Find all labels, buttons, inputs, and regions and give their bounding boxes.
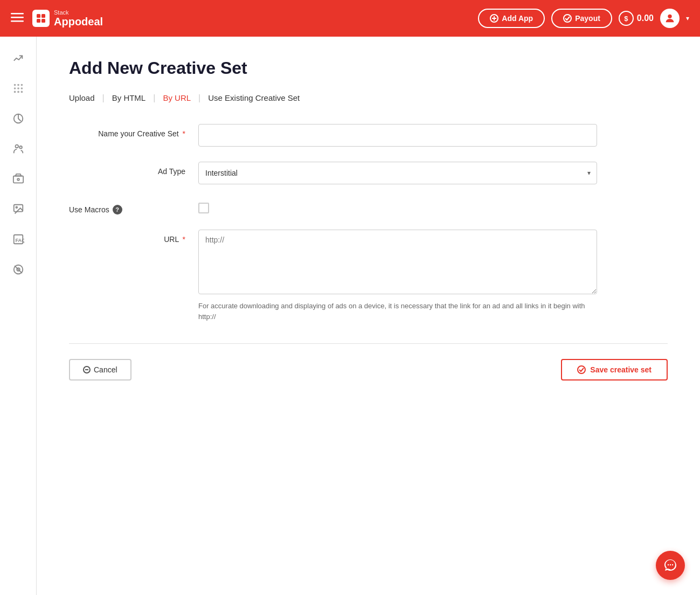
svg-rect-4 — [41, 14, 45, 18]
chat-support-button[interactable] — [656, 551, 685, 580]
svg-rect-6 — [41, 19, 45, 23]
app-header: Stack Appodeal Add App Payout $ 0.00 — [0, 0, 700, 37]
svg-point-37 — [672, 564, 673, 565]
macros-help-icon[interactable]: ? — [113, 205, 122, 215]
url-field-wrapper: For accurate downloading and displaying … — [198, 230, 597, 322]
svg-rect-1 — [11, 17, 24, 18]
svg-rect-0 — [11, 13, 24, 15]
tab-by-html[interactable]: By HTML — [112, 91, 146, 105]
svg-point-23 — [19, 146, 22, 149]
sidebar-item-creatives[interactable] — [5, 196, 31, 222]
tab-by-url[interactable]: By URL — [163, 91, 191, 105]
svg-point-10 — [564, 15, 571, 22]
svg-text:FAQ: FAQ — [15, 238, 24, 243]
svg-rect-3 — [37, 14, 40, 18]
user-avatar[interactable] — [660, 9, 680, 28]
tab-existing[interactable]: Use Existing Creative Set — [208, 91, 300, 105]
svg-point-15 — [13, 87, 16, 89]
macros-label-wrapper: Use Macros ? — [69, 199, 198, 215]
required-indicator: * — [183, 129, 185, 138]
sidebar: FAQ — [0, 37, 37, 595]
save-creative-set-button[interactable]: Save creative set — [561, 359, 668, 380]
macros-checkbox-wrapper — [198, 199, 597, 213]
svg-point-18 — [13, 91, 16, 93]
creative-set-form: Name your Creative Set * Ad Type Interst… — [69, 124, 668, 322]
svg-point-14 — [20, 84, 23, 86]
sidebar-item-audience[interactable] — [5, 136, 31, 162]
sidebar-item-reports[interactable] — [5, 106, 31, 132]
url-label: URL * — [69, 230, 198, 244]
dollar-icon: $ — [619, 11, 634, 26]
macros-row: Use Macros ? — [69, 199, 668, 215]
form-divider — [69, 343, 668, 344]
svg-point-20 — [20, 91, 23, 93]
add-app-button[interactable]: Add App — [478, 9, 545, 28]
svg-rect-24 — [13, 176, 23, 183]
name-input[interactable] — [198, 124, 597, 147]
ad-type-select[interactable]: Interstitial Banner Rewarded Video MREC — [198, 162, 597, 184]
svg-rect-2 — [11, 20, 24, 22]
url-row: URL * For accurate downloading and displ… — [69, 230, 668, 322]
svg-point-34 — [578, 366, 585, 373]
ad-type-row: Ad Type Interstitial Banner Rewarded Vid… — [69, 162, 668, 184]
svg-point-22 — [15, 145, 18, 148]
svg-point-25 — [17, 178, 19, 181]
ad-type-label: Ad Type — [69, 162, 198, 176]
main-content: Add New Creative Set Upload | By HTML | … — [37, 37, 700, 595]
ad-type-wrapper: Interstitial Banner Rewarded Video MREC … — [198, 162, 597, 184]
cancel-button[interactable]: Cancel — [69, 359, 131, 380]
sidebar-item-faq[interactable]: FAQ — [5, 226, 31, 252]
macros-field-wrapper — [198, 199, 597, 213]
svg-point-35 — [668, 564, 669, 565]
menu-icon[interactable] — [11, 11, 24, 26]
name-row: Name your Creative Set * — [69, 124, 668, 147]
svg-point-19 — [17, 91, 19, 93]
logo-icon — [32, 10, 50, 27]
svg-rect-5 — [37, 19, 40, 23]
upload-tabs: Upload | By HTML | By URL | Use Existing… — [69, 91, 668, 105]
svg-point-13 — [17, 84, 19, 86]
url-hint: For accurate downloading and displaying … — [198, 301, 597, 322]
footer-actions: Cancel Save creative set — [69, 359, 668, 380]
url-required-indicator: * — [183, 235, 185, 244]
sidebar-item-support[interactable] — [5, 257, 31, 282]
svg-point-17 — [20, 87, 23, 89]
logo[interactable]: Stack Appodeal — [32, 9, 103, 27]
tab-divider-2: | — [153, 93, 155, 103]
brand-stack: Stack — [54, 9, 103, 16]
sidebar-item-apps[interactable] — [5, 75, 31, 101]
tab-divider-3: | — [198, 93, 200, 103]
tab-divider-1: | — [102, 93, 105, 103]
svg-point-27 — [16, 206, 17, 208]
name-field-wrapper — [198, 124, 597, 147]
brand-name: Appodeal — [54, 16, 103, 27]
payout-button[interactable]: Payout — [551, 9, 612, 28]
macros-checkbox[interactable] — [198, 203, 209, 213]
macros-label-row: Use Macros ? — [69, 205, 185, 215]
svg-point-16 — [17, 87, 19, 89]
sidebar-item-monetization[interactable] — [5, 166, 31, 192]
page-title: Add New Creative Set — [69, 58, 668, 78]
url-textarea[interactable] — [198, 230, 597, 294]
name-label: Name your Creative Set * — [69, 124, 198, 138]
svg-point-12 — [13, 84, 16, 86]
svg-point-36 — [670, 564, 671, 565]
user-menu-chevron[interactable]: ▾ — [686, 15, 689, 22]
balance-display: $ 0.00 — [619, 11, 654, 26]
svg-point-11 — [668, 15, 671, 18]
sidebar-item-analytics[interactable] — [5, 45, 31, 71]
tab-upload[interactable]: Upload — [69, 91, 95, 105]
ad-type-select-wrapper: Interstitial Banner Rewarded Video MREC … — [198, 162, 597, 184]
